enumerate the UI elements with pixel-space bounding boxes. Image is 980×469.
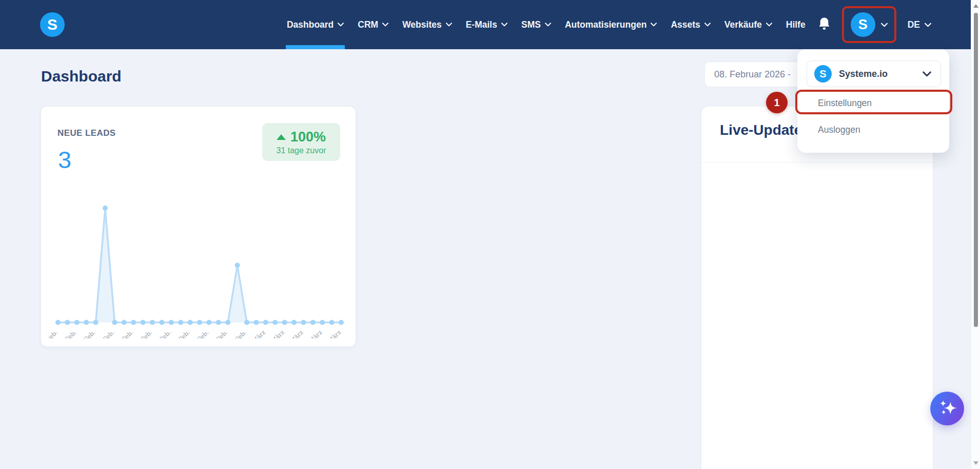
nav-item-crm[interactable]: CRM	[358, 0, 388, 49]
chevron-down-icon	[338, 23, 344, 27]
svg-text:18. Feb.: 18. Feb.	[131, 329, 153, 338]
leads-delta-badge: 100% 31 tage zuvor	[262, 123, 340, 161]
triangle-up-icon	[277, 134, 286, 140]
chevron-down-icon	[651, 23, 657, 27]
svg-text:20. Feb.: 20. Feb.	[150, 329, 172, 338]
chevron-down-icon	[923, 71, 931, 77]
svg-text:28. Feb.: 28. Feb.	[226, 329, 248, 338]
nav-item-label: Verkäufe	[724, 19, 762, 30]
chevron-down-icon	[881, 23, 888, 27]
scrollbar-thumb[interactable]	[974, 13, 978, 327]
nav-item-label: Automatisierungen	[565, 19, 646, 30]
scrollbar[interactable]	[971, 0, 980, 469]
svg-text:22. Feb.: 22. Feb.	[169, 329, 191, 338]
annotation-box-einstellungen	[795, 90, 952, 114]
svg-text:14. Feb.: 14. Feb.	[93, 329, 115, 338]
svg-text:10. Feb.: 10. Feb.	[56, 329, 78, 338]
language-label: DE	[908, 19, 920, 30]
account-logo: S	[814, 65, 832, 83]
main-menu: DashboardCRMWebsitesE-MailsSMSAutomatisi…	[287, 0, 806, 49]
sparkles-icon	[936, 397, 958, 420]
nav-item-websites[interactable]: Websites	[402, 0, 452, 49]
live-updates-title: Live-Updates	[720, 122, 810, 138]
account-switcher[interactable]: S Systeme.io	[807, 60, 941, 87]
leads-card-title: NEUE LEADS	[57, 128, 116, 138]
chevron-down-icon	[501, 23, 507, 27]
svg-text:08. Feb.: 08. Feb.	[49, 329, 59, 338]
chevron-down-icon	[446, 23, 452, 27]
nav-item-e-mails[interactable]: E-Mails	[466, 0, 507, 49]
svg-text:12. Feb.: 12. Feb.	[74, 329, 96, 338]
leads-chart: 08. Feb.10. Feb.12. Feb.14. Feb.16. Feb.…	[49, 179, 351, 338]
nav-item-assets[interactable]: Assets	[671, 0, 710, 49]
svg-text:16. Feb.: 16. Feb.	[112, 329, 134, 338]
svg-text:26. Feb.: 26. Feb.	[207, 329, 229, 338]
nav-item-label: E-Mails	[466, 19, 497, 30]
svg-text:24. Feb.: 24. Feb.	[188, 329, 210, 338]
account-avatar-button[interactable]: S	[851, 12, 875, 37]
menu-item-ausloggen[interactable]: Ausloggen	[818, 125, 860, 135]
nav-item-label: Dashboard	[287, 19, 334, 30]
chevron-down-icon	[545, 23, 551, 27]
nav-item-hilfe[interactable]: Hilfe	[786, 0, 806, 49]
account-avatar-letter: S	[858, 17, 868, 33]
live-updates-panel: Live-Updates	[701, 107, 933, 469]
nav-item-label: Hilfe	[786, 19, 806, 30]
systeme-logo[interactable]: S	[40, 12, 65, 37]
notifications-button[interactable]	[818, 16, 831, 33]
assistant-fab[interactable]	[930, 392, 964, 425]
nav-item-label: Websites	[402, 19, 442, 30]
chevron-down-icon	[766, 23, 772, 27]
top-nav: S DashboardCRMWebsitesE-MailsSMSAutomati…	[0, 0, 971, 49]
annotation-step-badge: 1	[766, 92, 788, 113]
date-range-value: 08. Februar 2026 -	[714, 69, 791, 80]
account-name: Systeme.io	[839, 69, 888, 79]
systeme-logo-letter: S	[47, 16, 57, 33]
annotation-box-avatar: S	[842, 6, 896, 43]
leads-card-value: 3	[58, 146, 71, 174]
page-title: Dashboard	[41, 68, 122, 85]
nav-right-group: S DE	[818, 6, 931, 43]
nav-item-label: Assets	[671, 19, 700, 30]
nav-item-dashboard[interactable]: Dashboard	[287, 0, 344, 49]
nav-item-label: CRM	[358, 19, 378, 30]
bell-icon	[818, 16, 831, 33]
scrollbar-up-arrow[interactable]	[973, 4, 978, 8]
leads-delta-caption: 31 tage zuvor	[277, 146, 326, 155]
nav-item-sms[interactable]: SMS	[521, 0, 551, 49]
leads-delta-value: 100%	[290, 129, 326, 145]
scrollbar-down-arrow[interactable]	[973, 461, 978, 465]
nav-item-label: SMS	[521, 19, 541, 30]
nav-item-verkäufe[interactable]: Verkäufe	[724, 0, 772, 49]
chevron-down-icon	[382, 23, 388, 27]
chevron-down-icon	[925, 23, 931, 27]
language-selector[interactable]: DE	[908, 19, 931, 30]
nav-item-automatisierungen[interactable]: Automatisierungen	[565, 0, 657, 49]
account-logo-letter: S	[819, 68, 826, 80]
new-leads-card: NEUE LEADS 3 100% 31 tage zuvor 08. Feb.…	[41, 107, 356, 346]
divider	[701, 162, 933, 162]
chevron-down-icon	[704, 23, 711, 27]
